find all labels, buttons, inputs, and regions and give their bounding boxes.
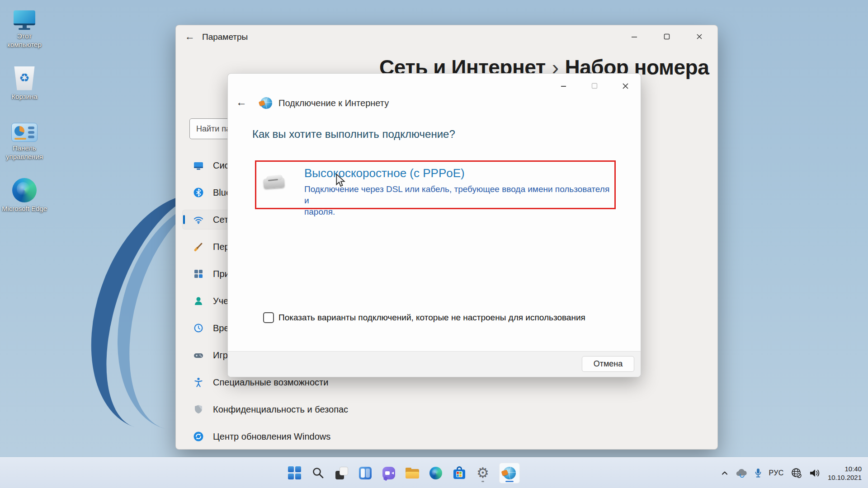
accessibility-icon bbox=[193, 377, 204, 388]
checkbox-label: Показать варианты подключений, которые н… bbox=[278, 313, 585, 323]
minimize-button[interactable] bbox=[629, 32, 640, 42]
network-tray-icon[interactable] bbox=[791, 467, 802, 479]
chat-button[interactable] bbox=[382, 463, 396, 483]
edge-icon bbox=[12, 176, 37, 202]
microphone-tray-icon[interactable] bbox=[755, 468, 762, 478]
taskbar-center-icons: ⚙ bbox=[288, 458, 520, 488]
sidebar-item-label: Центр обновления Windows bbox=[213, 432, 330, 442]
update-icon bbox=[193, 431, 204, 442]
person-icon bbox=[193, 296, 204, 306]
pppoe-option-title[interactable]: Высокоскоростное (с PPPoE) bbox=[304, 166, 465, 180]
desktop-icon-this-pc[interactable]: Этот компьютер bbox=[1, 4, 48, 49]
system-icon bbox=[193, 160, 204, 171]
modem-icon bbox=[264, 175, 286, 189]
settings-titlebar: ← Параметры bbox=[176, 25, 717, 47]
close-button[interactable] bbox=[620, 81, 631, 91]
chat-camera-icon bbox=[382, 467, 395, 479]
wifi-icon bbox=[193, 214, 204, 225]
settings-window-title: Параметры bbox=[202, 32, 248, 42]
windows-logo-icon bbox=[288, 466, 302, 480]
desktop-icon-label: Microsoft Edge bbox=[2, 205, 47, 213]
gear-icon: ⚙ bbox=[476, 466, 489, 480]
desktop-icon-control-panel[interactable]: Панель управления bbox=[1, 116, 48, 161]
chevron-up-icon bbox=[721, 470, 728, 476]
desktop-icon-column: Этот компьютер ♻ Корзина Панель управлен… bbox=[1, 4, 50, 213]
widgets-icon bbox=[359, 467, 372, 479]
sidebar-item-label: Конфиденциальность и безопас bbox=[213, 404, 348, 415]
maximize-button[interactable] bbox=[661, 32, 672, 42]
back-arrow-icon[interactable]: ← bbox=[183, 30, 197, 43]
search-icon bbox=[312, 467, 325, 479]
globe-no-internet-icon bbox=[791, 467, 802, 479]
edge-button[interactable] bbox=[429, 463, 443, 483]
file-explorer-button[interactable] bbox=[405, 463, 420, 483]
system-tray: РУС 10:40 10.10.2021 bbox=[721, 458, 862, 488]
desktop-icon-label: Этот компьютер bbox=[1, 32, 48, 49]
task-view-button[interactable] bbox=[335, 463, 349, 483]
settings-button[interactable]: ⚙ bbox=[476, 463, 490, 483]
cloud-icon bbox=[735, 469, 748, 478]
windows-desktop: { "desktop": { "icons": [ { "label": "Эт… bbox=[0, 0, 868, 488]
cancel-button[interactable]: Отмена bbox=[582, 356, 634, 372]
search-button[interactable] bbox=[311, 463, 326, 483]
tray-time: 10:40 bbox=[828, 465, 862, 473]
this-pc-icon bbox=[14, 4, 35, 30]
shield-icon bbox=[193, 404, 204, 415]
paintbrush-icon bbox=[193, 241, 204, 252]
apps-icon bbox=[193, 268, 204, 279]
volume-tray-icon[interactable] bbox=[809, 468, 821, 478]
pppoe-option[interactable]: Высокоскоростное (с PPPoE) Подключение ч… bbox=[256, 162, 614, 208]
internet-connection-icon bbox=[503, 466, 516, 480]
maximize-button[interactable] bbox=[589, 81, 600, 91]
gamepad-icon bbox=[193, 350, 204, 361]
speaker-icon bbox=[809, 468, 821, 478]
start-button[interactable] bbox=[288, 463, 302, 483]
store-button[interactable] bbox=[452, 463, 467, 483]
selected-accent-bar bbox=[183, 215, 185, 224]
internet-connection-icon bbox=[259, 96, 272, 109]
dialog-title: Подключение к Интернету bbox=[278, 98, 389, 108]
task-view-icon bbox=[335, 466, 349, 480]
dialer-connection-button[interactable] bbox=[499, 463, 520, 483]
dialog-footer: Отмена bbox=[228, 351, 641, 377]
microphone-icon bbox=[755, 468, 762, 478]
clock[interactable]: 10:40 10.10.2021 bbox=[828, 465, 862, 482]
back-arrow-icon[interactable]: ← bbox=[234, 95, 249, 109]
widgets-button[interactable] bbox=[358, 463, 373, 483]
active-indicator bbox=[505, 481, 514, 482]
sidebar-item-privacy[interactable]: Конфиденциальность и безопас bbox=[182, 399, 311, 419]
language-indicator[interactable]: РУС bbox=[769, 469, 784, 477]
tray-date: 10.10.2021 bbox=[828, 473, 862, 482]
sidebar-item-label: Специальные возможности bbox=[213, 377, 328, 388]
mouse-cursor bbox=[335, 174, 346, 189]
store-bag-icon bbox=[453, 466, 466, 480]
taskbar: ⚙ РУС bbox=[0, 457, 868, 488]
show-options-checkbox-row[interactable]: Показать варианты подключений, которые н… bbox=[263, 312, 585, 323]
desktop-icon-edge[interactable]: Microsoft Edge bbox=[1, 176, 48, 213]
hidden-icons-chevron[interactable] bbox=[721, 470, 728, 476]
close-button[interactable] bbox=[694, 32, 705, 42]
onedrive-tray-icon[interactable] bbox=[735, 469, 748, 478]
pppoe-option-description: Подключение через DSL или кабель, требую… bbox=[304, 183, 614, 217]
dialog-question: Как вы хотите выполнить подключение? bbox=[252, 128, 455, 141]
running-indicator bbox=[481, 481, 484, 482]
folder-icon bbox=[406, 467, 419, 479]
checkbox-unchecked[interactable] bbox=[263, 312, 274, 323]
minimize-button[interactable] bbox=[558, 81, 569, 91]
red-annotation-box: Высокоскоростное (с PPPoE) Подключение ч… bbox=[255, 160, 616, 209]
desktop-icon-label: Корзина bbox=[11, 93, 37, 101]
desktop-icon-label: Панель управления bbox=[1, 144, 48, 161]
connect-internet-dialog: ← Подключение к Интернету Как вы хотите … bbox=[227, 73, 641, 377]
control-panel-icon bbox=[11, 116, 38, 142]
edge-icon bbox=[429, 467, 442, 479]
desktop-icon-recycle-bin[interactable]: ♻ Корзина bbox=[1, 64, 48, 101]
sidebar-item-windows-update[interactable]: Центр обновления Windows bbox=[182, 427, 311, 446]
clock-icon bbox=[193, 323, 204, 333]
recycle-bin-icon: ♻ bbox=[13, 64, 36, 90]
bluetooth-icon bbox=[193, 187, 204, 198]
